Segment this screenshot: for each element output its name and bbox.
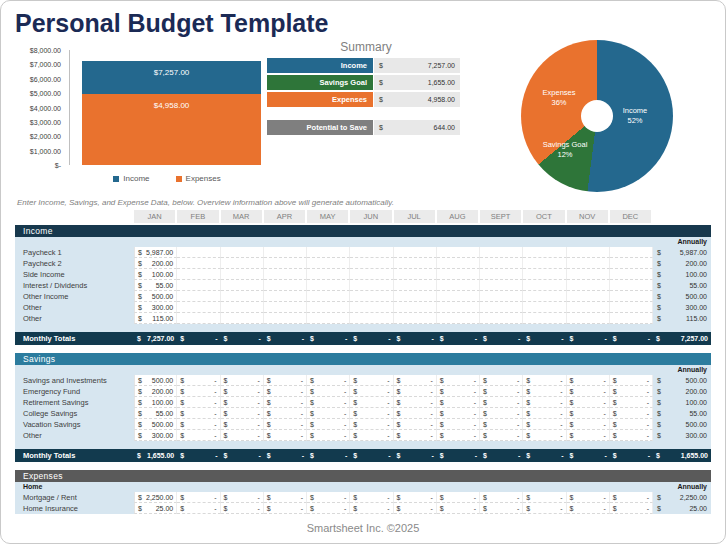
- cell-income-row0-dec[interactable]: [610, 247, 653, 258]
- cell-expenses-row0-feb[interactable]: $-: [177, 492, 220, 503]
- cell-income-row5-jan[interactable]: $300.00: [134, 302, 177, 313]
- cell-savings-row0-apr[interactable]: $-: [264, 375, 307, 386]
- cell-savings-row5-apr[interactable]: $-: [264, 430, 307, 441]
- cell-income-row1-aug[interactable]: [437, 258, 480, 269]
- cell-savings-row3-feb[interactable]: $-: [177, 408, 220, 419]
- cell-expenses-row0-jan[interactable]: $2,250.00: [134, 492, 177, 503]
- cell-income-row0-may[interactable]: [307, 247, 350, 258]
- cell-savings-row4-jan[interactable]: $500.00: [134, 419, 177, 430]
- cell-income-row0-aug[interactable]: [437, 247, 480, 258]
- cell-income-row6-jan[interactable]: $115.00: [134, 313, 177, 324]
- cell-income-row3-aug[interactable]: [437, 280, 480, 291]
- cell-income-row0-jun[interactable]: [350, 247, 393, 258]
- cell-income-row1-may[interactable]: [307, 258, 350, 269]
- cell-expenses-row0-mar[interactable]: $-: [221, 492, 264, 503]
- cell-income-row5-jun[interactable]: [350, 302, 393, 313]
- cell-savings-row5-mar[interactable]: $-: [221, 430, 264, 441]
- cell-expenses-row1-jul[interactable]: $-: [394, 503, 437, 514]
- cell-income-row5-sept[interactable]: [480, 302, 523, 313]
- cell-income-row4-sept[interactable]: [480, 291, 523, 302]
- cell-income-row5-aug[interactable]: [437, 302, 480, 313]
- cell-savings-row3-dec[interactable]: $-: [610, 408, 653, 419]
- cell-income-row4-may[interactable]: [307, 291, 350, 302]
- cell-savings-row3-may[interactable]: $-: [307, 408, 350, 419]
- cell-income-row6-feb[interactable]: [177, 313, 220, 324]
- cell-savings-row1-dec[interactable]: $-: [610, 386, 653, 397]
- cell-savings-row4-dec[interactable]: $-: [610, 419, 653, 430]
- cell-savings-row5-may[interactable]: $-: [307, 430, 350, 441]
- cell-expenses-row0-oct[interactable]: $-: [523, 492, 566, 503]
- cell-income-row3-feb[interactable]: [177, 280, 220, 291]
- cell-savings-row1-jun[interactable]: $-: [350, 386, 393, 397]
- cell-income-row5-jul[interactable]: [394, 302, 437, 313]
- cell-income-row2-oct[interactable]: [523, 269, 566, 280]
- cell-savings-row5-dec[interactable]: $-: [610, 430, 653, 441]
- cell-savings-row3-nov[interactable]: $-: [567, 408, 610, 419]
- cell-expenses-row1-jun[interactable]: $-: [350, 503, 393, 514]
- cell-savings-row3-apr[interactable]: $-: [264, 408, 307, 419]
- cell-income-row1-nov[interactable]: [567, 258, 610, 269]
- cell-savings-row3-aug[interactable]: $-: [437, 408, 480, 419]
- cell-savings-row3-jul[interactable]: $-: [394, 408, 437, 419]
- cell-income-row2-feb[interactable]: [177, 269, 220, 280]
- cell-income-row0-nov[interactable]: [567, 247, 610, 258]
- cell-income-row2-jun[interactable]: [350, 269, 393, 280]
- cell-savings-row0-sept[interactable]: $-: [480, 375, 523, 386]
- cell-expenses-row0-may[interactable]: $-: [307, 492, 350, 503]
- cell-income-row6-sept[interactable]: [480, 313, 523, 324]
- cell-expenses-row0-sept[interactable]: $-: [480, 492, 523, 503]
- cell-savings-row3-mar[interactable]: $-: [221, 408, 264, 419]
- cell-expenses-row1-may[interactable]: $-: [307, 503, 350, 514]
- cell-savings-row4-feb[interactable]: $-: [177, 419, 220, 430]
- cell-savings-row5-sept[interactable]: $-: [480, 430, 523, 441]
- cell-income-row1-jul[interactable]: [394, 258, 437, 269]
- cell-savings-row5-jun[interactable]: $-: [350, 430, 393, 441]
- cell-savings-row5-jan[interactable]: $300.00: [134, 430, 177, 441]
- cell-expenses-row0-nov[interactable]: $-: [567, 492, 610, 503]
- cell-savings-row1-oct[interactable]: $-: [523, 386, 566, 397]
- cell-income-row2-aug[interactable]: [437, 269, 480, 280]
- cell-savings-row4-jun[interactable]: $-: [350, 419, 393, 430]
- cell-income-row6-nov[interactable]: [567, 313, 610, 324]
- cell-savings-row3-jan[interactable]: $55.00: [134, 408, 177, 419]
- cell-income-row6-jul[interactable]: [394, 313, 437, 324]
- cell-expenses-row0-jul[interactable]: $-: [394, 492, 437, 503]
- cell-savings-row0-jan[interactable]: $500.00: [134, 375, 177, 386]
- cell-savings-row1-jul[interactable]: $-: [394, 386, 437, 397]
- cell-savings-row2-feb[interactable]: $-: [177, 397, 220, 408]
- cell-income-row3-oct[interactable]: [523, 280, 566, 291]
- cell-income-row5-oct[interactable]: [523, 302, 566, 313]
- cell-income-row1-mar[interactable]: [221, 258, 264, 269]
- cell-savings-row4-sept[interactable]: $-: [480, 419, 523, 430]
- cell-income-row6-may[interactable]: [307, 313, 350, 324]
- cell-savings-row2-oct[interactable]: $-: [523, 397, 566, 408]
- cell-income-row1-jan[interactable]: $200.00: [134, 258, 177, 269]
- cell-income-row3-jul[interactable]: [394, 280, 437, 291]
- cell-expenses-row1-apr[interactable]: $-: [264, 503, 307, 514]
- cell-income-row4-oct[interactable]: [523, 291, 566, 302]
- cell-income-row2-sept[interactable]: [480, 269, 523, 280]
- cell-income-row1-oct[interactable]: [523, 258, 566, 269]
- cell-savings-row1-feb[interactable]: $-: [177, 386, 220, 397]
- cell-savings-row0-feb[interactable]: $-: [177, 375, 220, 386]
- cell-savings-row2-mar[interactable]: $-: [221, 397, 264, 408]
- cell-income-row4-feb[interactable]: [177, 291, 220, 302]
- cell-income-row2-jan[interactable]: $100.00: [134, 269, 177, 280]
- cell-income-row0-mar[interactable]: [221, 247, 264, 258]
- cell-income-row3-mar[interactable]: [221, 280, 264, 291]
- cell-income-row3-apr[interactable]: [264, 280, 307, 291]
- cell-income-row4-aug[interactable]: [437, 291, 480, 302]
- cell-income-row2-nov[interactable]: [567, 269, 610, 280]
- cell-savings-row2-apr[interactable]: $-: [264, 397, 307, 408]
- cell-income-row0-feb[interactable]: [177, 247, 220, 258]
- cell-income-row0-oct[interactable]: [523, 247, 566, 258]
- cell-income-row5-mar[interactable]: [221, 302, 264, 313]
- cell-savings-row5-jul[interactable]: $-: [394, 430, 437, 441]
- cell-income-row6-jun[interactable]: [350, 313, 393, 324]
- cell-income-row1-apr[interactable]: [264, 258, 307, 269]
- cell-savings-row2-aug[interactable]: $-: [437, 397, 480, 408]
- cell-savings-row0-oct[interactable]: $-: [523, 375, 566, 386]
- cell-savings-row4-oct[interactable]: $-: [523, 419, 566, 430]
- cell-savings-row4-aug[interactable]: $-: [437, 419, 480, 430]
- cell-income-row2-dec[interactable]: [610, 269, 653, 280]
